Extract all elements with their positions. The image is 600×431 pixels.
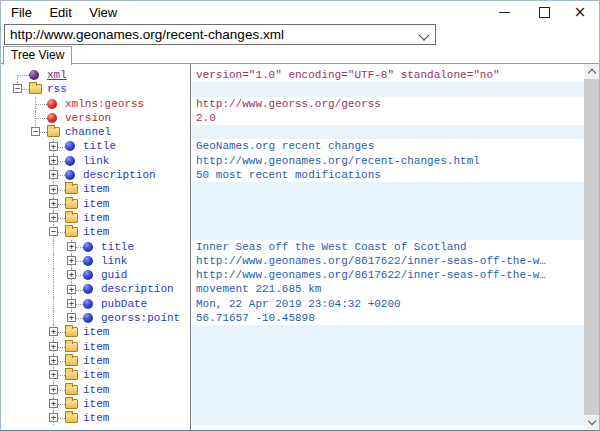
- expand-toggle-icon[interactable]: +: [67, 270, 76, 279]
- expand-toggle-icon[interactable]: +: [67, 299, 76, 308]
- expand-toggle-icon[interactable]: +: [49, 213, 58, 222]
- url-combobox[interactable]: [4, 24, 436, 45]
- scroll-down-button[interactable]: [584, 415, 599, 430]
- value-row: [191, 197, 584, 211]
- tree-row[interactable]: +item: [1, 211, 190, 225]
- tree-node-label[interactable]: title: [83, 140, 116, 152]
- url-input[interactable]: [5, 25, 418, 44]
- tree-node-label[interactable]: description: [101, 283, 174, 295]
- chevron-up-icon: [587, 69, 595, 77]
- tree-node-label[interactable]: description: [83, 169, 156, 181]
- tree-row[interactable]: −channel: [1, 125, 190, 139]
- tree-row[interactable]: xml: [1, 68, 190, 82]
- tree-row[interactable]: +item: [1, 411, 190, 425]
- expand-toggle-icon[interactable]: +: [49, 399, 58, 408]
- tree-row[interactable]: +item: [1, 182, 190, 196]
- menu-view[interactable]: View: [86, 5, 120, 20]
- tree-node-label[interactable]: item: [83, 326, 109, 338]
- tree-node-label[interactable]: link: [101, 255, 127, 267]
- tree-guide-line: [35, 104, 47, 105]
- tree-row[interactable]: +guid: [1, 268, 190, 282]
- value-row: version="1.0" encoding="UTF-8" standalon…: [191, 68, 584, 82]
- tree-node-label[interactable]: georss:point: [101, 312, 180, 324]
- value-row: http://www.georss.org/georss: [191, 97, 584, 111]
- tree-row[interactable]: +pubDate: [1, 297, 190, 311]
- tree-row[interactable]: +item: [1, 368, 190, 382]
- value-row: 50 most recent modifications: [191, 168, 584, 182]
- tree-row[interactable]: +item: [1, 383, 190, 397]
- expand-toggle-icon[interactable]: +: [49, 156, 58, 165]
- collapse-toggle-icon[interactable]: −: [13, 84, 22, 93]
- tree-node-label[interactable]: version: [65, 112, 111, 124]
- tree-node-label[interactable]: item: [83, 369, 109, 381]
- tree-node-label[interactable]: item: [83, 398, 109, 410]
- expand-toggle-icon[interactable]: +: [49, 413, 58, 422]
- tree-row[interactable]: +item: [1, 397, 190, 411]
- expand-toggle-icon[interactable]: +: [49, 199, 58, 208]
- tree-row[interactable]: +item: [1, 325, 190, 339]
- expand-toggle-icon[interactable]: +: [49, 327, 58, 336]
- scrollbar-thumb[interactable]: [584, 79, 599, 416]
- expand-toggle-icon[interactable]: +: [49, 185, 58, 194]
- tree-row[interactable]: +title: [1, 139, 190, 153]
- expand-toggle-icon[interactable]: +: [49, 385, 58, 394]
- folder-icon: [65, 199, 78, 209]
- expand-toggle-icon[interactable]: +: [49, 342, 58, 351]
- menu-edit[interactable]: Edit: [46, 5, 74, 20]
- tree-node-label[interactable]: xmlns:georss: [65, 98, 144, 110]
- chevron-down-icon[interactable]: [418, 29, 429, 40]
- tree-row[interactable]: +description: [1, 168, 190, 182]
- tree-row[interactable]: +item: [1, 340, 190, 354]
- scroll-up-button[interactable]: [584, 64, 599, 79]
- expand-toggle-icon[interactable]: +: [49, 370, 58, 379]
- tree-row[interactable]: +georss:point: [1, 311, 190, 325]
- expand-toggle-icon[interactable]: +: [67, 285, 76, 294]
- expand-toggle-icon[interactable]: +: [49, 142, 58, 151]
- tree-row[interactable]: xmlns:georss: [1, 97, 190, 111]
- tree-row[interactable]: +title: [1, 240, 190, 254]
- tree-row[interactable]: +link: [1, 154, 190, 168]
- tree-node-label[interactable]: item: [83, 355, 109, 367]
- tree-node-label[interactable]: item: [83, 212, 109, 224]
- tree-row[interactable]: version: [1, 111, 190, 125]
- expand-toggle-icon[interactable]: +: [67, 256, 76, 265]
- tree-row[interactable]: −item: [1, 225, 190, 239]
- tree-node-label[interactable]: item: [83, 341, 109, 353]
- tree-node-label[interactable]: item: [83, 226, 109, 238]
- tree-node-label[interactable]: xml: [47, 69, 67, 81]
- tree-node-label[interactable]: link: [83, 155, 109, 167]
- tree-node-label[interactable]: item: [83, 183, 109, 195]
- tree-node-label[interactable]: rss: [47, 83, 67, 95]
- tree-row[interactable]: +item: [1, 197, 190, 211]
- tree-node-label[interactable]: item: [83, 384, 109, 396]
- value-row: [191, 368, 584, 382]
- menu-file[interactable]: File: [8, 5, 35, 20]
- vertical-scrollbar[interactable]: [584, 64, 599, 430]
- tree-row[interactable]: +item: [1, 354, 190, 368]
- value-row: [191, 325, 584, 339]
- tree-node-label[interactable]: guid: [101, 269, 127, 281]
- tree-node-label[interactable]: pubDate: [101, 298, 147, 310]
- tree-node-label[interactable]: item: [83, 412, 109, 424]
- expand-toggle-icon[interactable]: +: [49, 170, 58, 179]
- tree-node-label[interactable]: item: [83, 198, 109, 210]
- expand-toggle-icon[interactable]: +: [67, 313, 76, 322]
- folder-icon: [65, 356, 78, 366]
- minimize-button[interactable]: [487, 1, 521, 23]
- tree-row[interactable]: +link: [1, 254, 190, 268]
- tree-row[interactable]: +description: [1, 282, 190, 296]
- collapse-toggle-icon[interactable]: −: [49, 227, 58, 236]
- expand-toggle-icon[interactable]: +: [67, 242, 76, 251]
- tree-row[interactable]: −rss: [1, 82, 190, 96]
- value-row: movement 221.685 km: [191, 282, 584, 296]
- tree-guide-line: [53, 282, 54, 296]
- maximize-button[interactable]: [527, 1, 561, 23]
- folder-icon: [29, 84, 42, 94]
- tab-tree-view[interactable]: Tree View: [3, 46, 72, 65]
- tree-node-label[interactable]: title: [101, 241, 134, 253]
- collapse-toggle-icon[interactable]: −: [31, 127, 40, 136]
- tree-node-label[interactable]: channel: [65, 126, 111, 138]
- close-button[interactable]: ×: [563, 1, 597, 23]
- expand-toggle-icon[interactable]: +: [49, 356, 58, 365]
- value-row: 2.0: [191, 111, 584, 125]
